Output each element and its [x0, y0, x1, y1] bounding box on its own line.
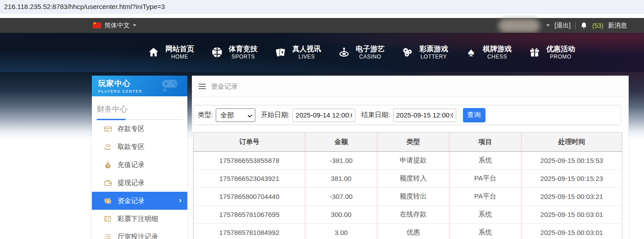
nav-item-lives[interactable]: 真人视讯LIVES: [266, 40, 329, 65]
nav-item-home[interactable]: 网站首页HOME: [139, 40, 202, 65]
cell-amount: 381.00: [305, 170, 377, 188]
logout-link[interactable]: [退出]: [554, 22, 571, 30]
breadcrumb-bar: 资金记录: [192, 76, 628, 97]
cell-order-id: 1757865800704440: [194, 188, 305, 206]
sidebar: 玩家中心 PLAYERS CENTER 财务中心 存款专区 取款专区 充值记录: [92, 76, 187, 239]
sidebar-section-title: 财务中心: [97, 96, 182, 120]
chevron-right-icon: ›: [179, 196, 181, 205]
chevron-down-icon: [133, 24, 136, 27]
gamepad-icon: [159, 78, 180, 95]
utility-bar: ★ 简体中文 [退出] (53) 新消息: [0, 18, 644, 33]
nav-item-promo[interactable]: 优惠活动PROMO: [520, 40, 583, 65]
main-nav: 网站首页HOME 体育竞技SPORTS 真人视讯LIVES 电子游艺CASINO…: [139, 39, 566, 66]
col-project: 项目: [449, 133, 522, 152]
language-label: 简体中文: [104, 22, 130, 30]
table-row: 1757866523043921 381.00 额度转入 PA平台 2025-0…: [194, 170, 622, 188]
roulette-icon: [337, 46, 351, 58]
cell-amount: -307.00: [305, 188, 377, 206]
spade-icon: ♠: [464, 46, 478, 59]
cell-time: 2025-09-15 00:15:23: [522, 170, 622, 188]
table-row: 1757865781067695 300.00 在线存款 系统 2025-09-…: [194, 206, 622, 224]
lottery-detail-icon: [104, 216, 112, 222]
user-chevron-down-icon[interactable]: [546, 24, 550, 27]
end-date-input[interactable]: [393, 108, 456, 122]
page-url[interactable]: 216.118.235.52:8783/hhcp/usercenter.html…: [4, 3, 165, 10]
type-select[interactable]: 全部: [216, 108, 255, 122]
withdraw-hand-icon: [104, 144, 112, 150]
funds-table: 订单号 金额 类型 项目 处理时间 1757866553855878 -381.…: [193, 132, 622, 239]
type-select-wrap: 全部: [216, 108, 255, 122]
deposit-card-icon: [104, 126, 112, 132]
main-panel: 资金记录 类型: 全部 开始日期: 结束日期: 查询 订单号 金额 类型 项目 …: [192, 76, 629, 239]
cell-order-id: 1757865781067695: [194, 206, 305, 224]
cell-project: 系统: [449, 206, 522, 224]
wallet-icon: [104, 180, 112, 186]
type-label: 类型:: [198, 111, 213, 119]
message-count[interactable]: (53): [592, 22, 603, 29]
cell-time: 2025-09-15 00:03:01: [522, 224, 622, 239]
cell-project: PA平台: [449, 170, 522, 188]
col-order-id: 订单号: [194, 133, 305, 152]
language-selector[interactable]: ★ 简体中文: [93, 18, 136, 33]
money-bag-icon: [104, 161, 112, 168]
breadcrumb: 资金记录: [211, 82, 238, 91]
cell-project: PA平台: [449, 188, 522, 206]
cell-type: 额度转出: [377, 188, 449, 206]
col-type: 类型: [377, 133, 449, 152]
cell-time: 2025-09-15 00:03:01: [522, 206, 622, 224]
sidebar-menu: 存款专区 取款专区 充值记录 提现记录 资金记录 ›: [92, 120, 187, 239]
cell-type: 优惠: [377, 224, 449, 239]
cell-amount: 3.00: [305, 224, 377, 239]
col-amount: 金额: [305, 133, 377, 152]
sidebar-item-funds-record[interactable]: 资金记录 ›: [92, 192, 187, 210]
cash-stack-icon: [104, 198, 112, 204]
nav-item-lottery[interactable]: 彩票游戏LOTTERY: [393, 40, 456, 65]
cell-time: 2025-09-15 00:03:21: [522, 188, 622, 206]
cell-type: 在线存款: [377, 206, 449, 224]
nav-item-sports[interactable]: 体育竞技SPORTS: [202, 40, 266, 65]
cell-order-id: 1757865781084992: [194, 224, 305, 239]
start-date-label: 开始日期:: [261, 111, 290, 119]
cell-amount: 300.00: [305, 206, 377, 224]
cell-time: 2025-09-15 00:15:53: [522, 152, 622, 170]
cell-order-id: 1757866553855878: [194, 152, 305, 170]
end-date-label: 结束日期:: [361, 111, 390, 119]
nav-item-casino[interactable]: 电子游艺CASINO: [329, 40, 393, 65]
lottery-balls-icon: [401, 46, 414, 58]
cell-project: 系统: [449, 224, 522, 239]
start-date-input[interactable]: [292, 108, 355, 122]
sidebar-item-room-bet-record[interactable]: 厅室投注记录: [92, 228, 187, 239]
bet-list-icon: [104, 234, 112, 239]
browser-url-bar[interactable]: 216.118.235.52:8783/hhcp/usercenter.html…: [0, 0, 644, 14]
sidebar-item-recharge-record[interactable]: 充值记录: [92, 156, 187, 174]
nav-item-chess[interactable]: ♠ 棋牌游戏CHESS: [456, 40, 520, 65]
sidebar-item-withdrawal-record[interactable]: 提现记录: [92, 174, 187, 192]
col-time: 处理时间: [522, 133, 622, 152]
cell-project: 系统: [449, 152, 522, 170]
divider: [575, 22, 576, 29]
cell-amount: -381.00: [305, 152, 377, 170]
table-row: 1757866553855878 -381.00 申请提款 系统 2025-09…: [194, 152, 622, 170]
filter-bar: 类型: 全部 开始日期: 结束日期: 查询: [193, 105, 621, 125]
cell-order-id: 1757866523043921: [194, 170, 305, 188]
table-row: 1757865800704440 -307.00 额度转出 PA平台 2025-…: [194, 188, 622, 206]
sidebar-item-withdraw-zone[interactable]: 取款专区: [92, 138, 187, 156]
table-header-row: 订单号 金额 类型 项目 处理时间: [194, 133, 622, 152]
home-icon: [147, 46, 160, 58]
sidebar-item-deposit-zone[interactable]: 存款专区: [92, 120, 187, 138]
table-row: 1757865781084992 3.00 优惠 系统 2025-09-15 0…: [194, 224, 622, 239]
username-blurred[interactable]: [499, 19, 540, 32]
search-button[interactable]: 查询: [463, 108, 485, 122]
china-flag-icon: ★: [93, 23, 101, 28]
cell-type: 申请提款: [377, 152, 449, 170]
sports-ball-icon: [210, 46, 224, 58]
new-messages-link[interactable]: 新消息: [608, 22, 627, 30]
sidebar-header: 玩家中心 PLAYERS CENTER: [92, 76, 187, 96]
playing-cards-icon: [274, 46, 287, 58]
gift-icon: [528, 46, 541, 58]
menu-toggle-icon[interactable]: [199, 84, 206, 89]
cell-type: 额度转入: [377, 170, 449, 188]
sidebar-item-lottery-bet-detail[interactable]: 彩票下注明细: [92, 210, 187, 228]
bell-icon[interactable]: [580, 22, 588, 30]
